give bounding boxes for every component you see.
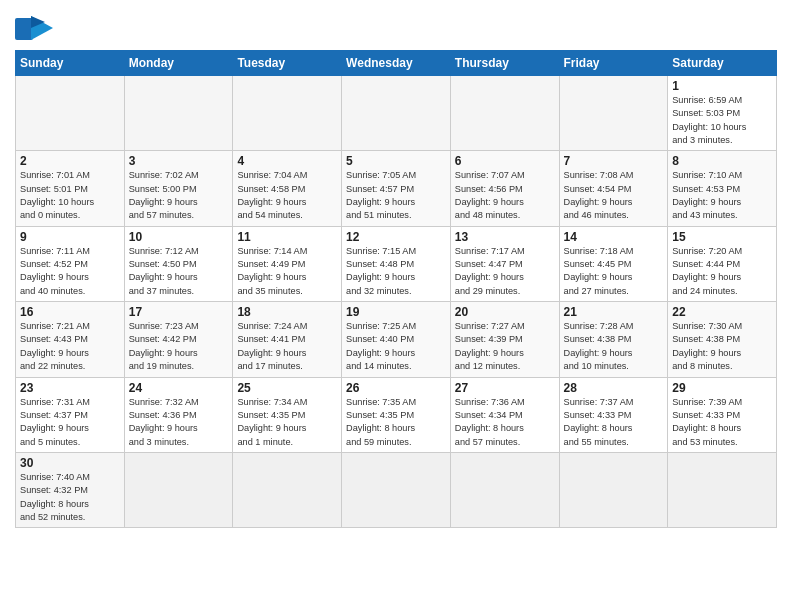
- day-number: 3: [129, 154, 229, 168]
- day-info: Sunrise: 7:07 AM Sunset: 4:56 PM Dayligh…: [455, 169, 555, 222]
- week-row-4: 23Sunrise: 7:31 AM Sunset: 4:37 PM Dayli…: [16, 377, 777, 452]
- calendar-cell: [342, 452, 451, 527]
- day-number: 21: [564, 305, 664, 319]
- col-thursday: Thursday: [450, 51, 559, 76]
- calendar-cell: [124, 452, 233, 527]
- day-number: 1: [672, 79, 772, 93]
- day-number: 7: [564, 154, 664, 168]
- calendar-cell: [559, 452, 668, 527]
- col-tuesday: Tuesday: [233, 51, 342, 76]
- calendar-cell: [668, 452, 777, 527]
- calendar-cell: 16Sunrise: 7:21 AM Sunset: 4:43 PM Dayli…: [16, 302, 125, 377]
- calendar-cell: 14Sunrise: 7:18 AM Sunset: 4:45 PM Dayli…: [559, 226, 668, 301]
- week-row-3: 16Sunrise: 7:21 AM Sunset: 4:43 PM Dayli…: [16, 302, 777, 377]
- day-number: 23: [20, 381, 120, 395]
- col-sunday: Sunday: [16, 51, 125, 76]
- day-info: Sunrise: 7:17 AM Sunset: 4:47 PM Dayligh…: [455, 245, 555, 298]
- calendar-cell: 17Sunrise: 7:23 AM Sunset: 4:42 PM Dayli…: [124, 302, 233, 377]
- col-wednesday: Wednesday: [342, 51, 451, 76]
- day-info: Sunrise: 7:24 AM Sunset: 4:41 PM Dayligh…: [237, 320, 337, 373]
- day-number: 10: [129, 230, 229, 244]
- calendar-cell: 28Sunrise: 7:37 AM Sunset: 4:33 PM Dayli…: [559, 377, 668, 452]
- day-number: 15: [672, 230, 772, 244]
- day-info: Sunrise: 7:05 AM Sunset: 4:57 PM Dayligh…: [346, 169, 446, 222]
- day-number: 14: [564, 230, 664, 244]
- day-info: Sunrise: 7:23 AM Sunset: 4:42 PM Dayligh…: [129, 320, 229, 373]
- header: [15, 10, 777, 44]
- day-number: 8: [672, 154, 772, 168]
- calendar-cell: 4Sunrise: 7:04 AM Sunset: 4:58 PM Daylig…: [233, 151, 342, 226]
- calendar-cell: 19Sunrise: 7:25 AM Sunset: 4:40 PM Dayli…: [342, 302, 451, 377]
- day-number: 5: [346, 154, 446, 168]
- logo: [15, 14, 57, 44]
- calendar-cell: 18Sunrise: 7:24 AM Sunset: 4:41 PM Dayli…: [233, 302, 342, 377]
- day-info: Sunrise: 7:32 AM Sunset: 4:36 PM Dayligh…: [129, 396, 229, 449]
- calendar-cell: 13Sunrise: 7:17 AM Sunset: 4:47 PM Dayli…: [450, 226, 559, 301]
- calendar-cell: 20Sunrise: 7:27 AM Sunset: 4:39 PM Dayli…: [450, 302, 559, 377]
- day-number: 2: [20, 154, 120, 168]
- day-info: Sunrise: 7:39 AM Sunset: 4:33 PM Dayligh…: [672, 396, 772, 449]
- day-info: Sunrise: 7:02 AM Sunset: 5:00 PM Dayligh…: [129, 169, 229, 222]
- calendar-cell: [233, 452, 342, 527]
- calendar-cell: [559, 76, 668, 151]
- col-saturday: Saturday: [668, 51, 777, 76]
- calendar-table: Sunday Monday Tuesday Wednesday Thursday…: [15, 50, 777, 528]
- day-number: 16: [20, 305, 120, 319]
- calendar-cell: 23Sunrise: 7:31 AM Sunset: 4:37 PM Dayli…: [16, 377, 125, 452]
- day-number: 6: [455, 154, 555, 168]
- calendar-cell: 22Sunrise: 7:30 AM Sunset: 4:38 PM Dayli…: [668, 302, 777, 377]
- day-info: Sunrise: 7:27 AM Sunset: 4:39 PM Dayligh…: [455, 320, 555, 373]
- calendar-cell: 15Sunrise: 7:20 AM Sunset: 4:44 PM Dayli…: [668, 226, 777, 301]
- day-number: 11: [237, 230, 337, 244]
- day-info: Sunrise: 7:21 AM Sunset: 4:43 PM Dayligh…: [20, 320, 120, 373]
- week-row-5: 30Sunrise: 7:40 AM Sunset: 4:32 PM Dayli…: [16, 452, 777, 527]
- weekday-header-row: Sunday Monday Tuesday Wednesday Thursday…: [16, 51, 777, 76]
- day-number: 29: [672, 381, 772, 395]
- calendar-cell: 12Sunrise: 7:15 AM Sunset: 4:48 PM Dayli…: [342, 226, 451, 301]
- calendar-cell: 21Sunrise: 7:28 AM Sunset: 4:38 PM Dayli…: [559, 302, 668, 377]
- day-info: Sunrise: 7:36 AM Sunset: 4:34 PM Dayligh…: [455, 396, 555, 449]
- calendar-cell: 1Sunrise: 6:59 AM Sunset: 5:03 PM Daylig…: [668, 76, 777, 151]
- calendar-cell: 30Sunrise: 7:40 AM Sunset: 4:32 PM Dayli…: [16, 452, 125, 527]
- day-number: 12: [346, 230, 446, 244]
- calendar-cell: 27Sunrise: 7:36 AM Sunset: 4:34 PM Dayli…: [450, 377, 559, 452]
- logo-icon: [15, 14, 53, 44]
- day-info: Sunrise: 7:14 AM Sunset: 4:49 PM Dayligh…: [237, 245, 337, 298]
- calendar-cell: 6Sunrise: 7:07 AM Sunset: 4:56 PM Daylig…: [450, 151, 559, 226]
- day-info: Sunrise: 7:04 AM Sunset: 4:58 PM Dayligh…: [237, 169, 337, 222]
- day-info: Sunrise: 7:31 AM Sunset: 4:37 PM Dayligh…: [20, 396, 120, 449]
- page: Sunday Monday Tuesday Wednesday Thursday…: [0, 0, 792, 612]
- day-info: Sunrise: 7:08 AM Sunset: 4:54 PM Dayligh…: [564, 169, 664, 222]
- svg-rect-0: [15, 18, 33, 40]
- calendar-cell: [342, 76, 451, 151]
- calendar-cell: 29Sunrise: 7:39 AM Sunset: 4:33 PM Dayli…: [668, 377, 777, 452]
- calendar-cell: 3Sunrise: 7:02 AM Sunset: 5:00 PM Daylig…: [124, 151, 233, 226]
- calendar-cell: 11Sunrise: 7:14 AM Sunset: 4:49 PM Dayli…: [233, 226, 342, 301]
- day-number: 18: [237, 305, 337, 319]
- day-number: 22: [672, 305, 772, 319]
- calendar-cell: [450, 76, 559, 151]
- calendar-cell: 25Sunrise: 7:34 AM Sunset: 4:35 PM Dayli…: [233, 377, 342, 452]
- day-info: Sunrise: 7:30 AM Sunset: 4:38 PM Dayligh…: [672, 320, 772, 373]
- day-info: Sunrise: 7:11 AM Sunset: 4:52 PM Dayligh…: [20, 245, 120, 298]
- day-info: Sunrise: 7:18 AM Sunset: 4:45 PM Dayligh…: [564, 245, 664, 298]
- day-info: Sunrise: 7:12 AM Sunset: 4:50 PM Dayligh…: [129, 245, 229, 298]
- calendar-cell: 24Sunrise: 7:32 AM Sunset: 4:36 PM Dayli…: [124, 377, 233, 452]
- day-number: 17: [129, 305, 229, 319]
- day-number: 20: [455, 305, 555, 319]
- day-info: Sunrise: 7:25 AM Sunset: 4:40 PM Dayligh…: [346, 320, 446, 373]
- day-number: 24: [129, 381, 229, 395]
- day-number: 9: [20, 230, 120, 244]
- calendar-cell: [450, 452, 559, 527]
- week-row-0: 1Sunrise: 6:59 AM Sunset: 5:03 PM Daylig…: [16, 76, 777, 151]
- calendar-cell: 10Sunrise: 7:12 AM Sunset: 4:50 PM Dayli…: [124, 226, 233, 301]
- calendar-cell: 5Sunrise: 7:05 AM Sunset: 4:57 PM Daylig…: [342, 151, 451, 226]
- week-row-2: 9Sunrise: 7:11 AM Sunset: 4:52 PM Daylig…: [16, 226, 777, 301]
- calendar-cell: 7Sunrise: 7:08 AM Sunset: 4:54 PM Daylig…: [559, 151, 668, 226]
- day-info: Sunrise: 7:34 AM Sunset: 4:35 PM Dayligh…: [237, 396, 337, 449]
- day-info: Sunrise: 7:35 AM Sunset: 4:35 PM Dayligh…: [346, 396, 446, 449]
- day-info: Sunrise: 7:01 AM Sunset: 5:01 PM Dayligh…: [20, 169, 120, 222]
- day-info: Sunrise: 6:59 AM Sunset: 5:03 PM Dayligh…: [672, 94, 772, 147]
- calendar-cell: 8Sunrise: 7:10 AM Sunset: 4:53 PM Daylig…: [668, 151, 777, 226]
- day-info: Sunrise: 7:37 AM Sunset: 4:33 PM Dayligh…: [564, 396, 664, 449]
